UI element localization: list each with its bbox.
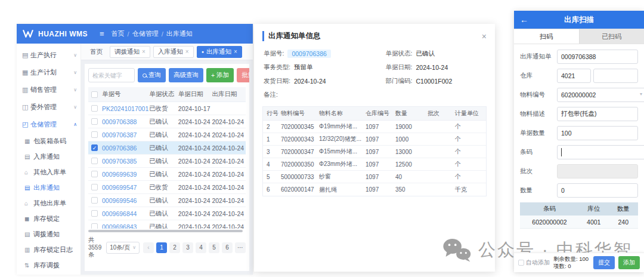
- row-checkbox[interactable]: [91, 158, 98, 164]
- sidebar-item-stock-transfer[interactable]: ⇅ 库存调拨: [17, 257, 80, 273]
- sidebar-item-transfer-notice[interactable]: ▤ 调拨通知: [17, 226, 80, 242]
- status-value: 已确认: [416, 50, 435, 58]
- add-button[interactable]: + 添加: [206, 68, 234, 82]
- sidebar-item-production-plan[interactable]: ▦ 生产计划 ∨: [17, 64, 80, 81]
- close-icon[interactable]: ×: [482, 32, 487, 41]
- modal-table-row[interactable]: 47020000350 Φ23mm外堵...1097 12500 个: [263, 158, 486, 171]
- sidebar-item-stock-lock[interactable]: ◼ 库存锁定: [17, 211, 80, 226]
- sidebar-item-production-exec[interactable]: ▤ 生产执行 ∨: [17, 47, 80, 64]
- checkbox-icon[interactable]: [518, 260, 524, 266]
- notice-no-input[interactable]: [557, 50, 638, 64]
- breadcrumb-current: 出库通知: [166, 29, 193, 38]
- tab-transfer-notice[interactable]: 调拨通知 ×: [110, 46, 150, 58]
- close-icon[interactable]: ×: [234, 48, 237, 55]
- plus-icon: +: [211, 72, 215, 79]
- menu-icon[interactable]: ≡: [100, 29, 104, 38]
- doc-qty-input[interactable]: [557, 126, 638, 140]
- more-pages-button[interactable]: ⋯: [235, 242, 246, 253]
- close-icon[interactable]: ×: [142, 48, 145, 55]
- doc-no-link[interactable]: 0009706387: [101, 131, 149, 138]
- warehouse-sub-input[interactable]: [593, 69, 638, 83]
- table-row[interactable]: 0009699546 已确认 2024-10-24 2024-10-24: [88, 194, 246, 207]
- table-row[interactable]: 0009699547 已收货 2024-10-24 2024-10-24: [88, 181, 246, 194]
- page-button-4[interactable]: 4: [196, 242, 206, 253]
- barcode-input[interactable]: [557, 145, 644, 159]
- table-row[interactable]: 0009706388 已确认 2024-10-24 2024-10-24: [88, 115, 246, 128]
- table-row[interactable]: 0009699639 已确认 2024-10-24 2024-10-24: [88, 168, 246, 181]
- search-input[interactable]: [88, 68, 135, 82]
- sidebar-item-stock-lock-log[interactable]: ▥ 库存锁定日志: [17, 242, 80, 257]
- tab-inbound-notice[interactable]: 入库通知 ×: [153, 46, 194, 58]
- tab-scan[interactable]: 扫码: [514, 29, 579, 44]
- page-button-1[interactable]: 1: [156, 242, 167, 253]
- material-no-select[interactable]: [557, 88, 644, 102]
- row-checkbox[interactable]: [91, 197, 98, 204]
- query-button[interactable]: 查询: [138, 68, 166, 82]
- sidebar-item-outbound-notice[interactable]: ▤ 出库通知: [17, 180, 80, 195]
- table-row[interactable]: 0009706387 已确认 2024-10-24 2024-10-24: [88, 128, 246, 141]
- page-button-2[interactable]: 2: [169, 242, 180, 253]
- modal-table-row[interactable]: 27020000345 Φ19mm外堵...1097 19000 个: [263, 121, 486, 133]
- tab-scanned[interactable]: 已扫码: [579, 29, 644, 44]
- row-checkbox-checked[interactable]: ✓: [91, 144, 98, 151]
- modal-table-row[interactable]: 66020000147 捆扎绳1097 350 千克: [263, 183, 486, 196]
- material-desc-input[interactable]: [557, 107, 638, 121]
- other-outbound-icon: ⌂: [24, 200, 33, 207]
- row-checkbox[interactable]: [91, 118, 98, 125]
- sidebar-item-inbound-notice[interactable]: ▤ 入库通知: [17, 149, 80, 164]
- doc-no-link[interactable]: 0009706385: [101, 158, 149, 165]
- sidebar-item-sales-mgmt[interactable]: ▥ 销售管理 ∨: [17, 81, 80, 99]
- breadcrumb-home[interactable]: 首页: [112, 29, 125, 38]
- horizontal-scrollbar[interactable]: [88, 230, 243, 232]
- doc-no-link[interactable]: 0009706386: [101, 144, 149, 152]
- doc-no-link[interactable]: 0009699546: [101, 197, 149, 204]
- modal-table-row[interactable]: 17020000343 12/32(20)猪笼...1097 1000 个: [263, 133, 486, 146]
- tab-outbound-notice[interactable]: ● 出库通知 ×: [197, 46, 242, 58]
- lock-log-icon: ▥: [24, 247, 33, 253]
- row-checkbox[interactable]: [91, 131, 98, 138]
- sidebar-item-outsourcing-mgmt[interactable]: ◫ 委外管理 ∨: [17, 99, 80, 116]
- doc-date-value: 2024-10-24: [416, 64, 448, 71]
- tab-home[interactable]: 首页: [86, 47, 107, 57]
- doc-no-link[interactable]: PK20241017001: [101, 105, 149, 112]
- table-row[interactable]: 0009696843 已确认 2024-10-24 2024-10-24: [88, 220, 246, 229]
- prev-page-button[interactable]: ‹: [143, 242, 154, 253]
- qty-input[interactable]: [557, 183, 638, 198]
- sidebar-item-other-outbound[interactable]: ⌂ 其他出库单: [17, 195, 80, 211]
- auto-add-checkbox[interactable]: 自动添加: [518, 258, 550, 267]
- add-scan-button[interactable]: 添加: [618, 256, 640, 269]
- advanced-query-button[interactable]: 高级查询: [169, 68, 203, 82]
- sidebar-item-packing-box-barcode[interactable]: ▦ 包装箱条码: [17, 133, 80, 149]
- submit-button[interactable]: 提交: [593, 256, 615, 269]
- doc-no-link[interactable]: 0009706388: [101, 118, 149, 125]
- page-button-3[interactable]: 3: [182, 242, 193, 253]
- back-arrow-icon[interactable]: ←: [520, 15, 528, 24]
- page-button-6[interactable]: 6: [222, 242, 233, 253]
- close-icon[interactable]: ×: [185, 48, 189, 55]
- table-row-selected[interactable]: ✓ 0009706386 已确认 2024-10-24 2024-10-24: [88, 141, 246, 155]
- doc-no-link[interactable]: 0009696844: [101, 210, 149, 217]
- row-checkbox[interactable]: [91, 184, 98, 190]
- sidebar-item-warehouse-mgmt[interactable]: ◰ 仓储管理 ∧: [17, 116, 80, 133]
- modal-table-row[interactable]: 55000000733 纱窗1097 40 个: [263, 171, 486, 183]
- doc-no-link[interactable]: 0009699547: [101, 184, 149, 191]
- sidebar-item-other-inbound[interactable]: ⌂ 其他入库单: [17, 164, 80, 180]
- page-size-select[interactable]: 10条/页 ∨: [106, 242, 140, 254]
- row-checkbox[interactable]: [91, 171, 98, 177]
- breadcrumb-warehouse[interactable]: 仓储管理: [132, 29, 159, 38]
- search-icon: [143, 73, 147, 78]
- page-button-5[interactable]: 5: [209, 242, 219, 253]
- row-checkbox[interactable]: [91, 223, 98, 229]
- table-row[interactable]: PK20241017001 已收货 2024-10-17: [88, 102, 246, 115]
- table-row[interactable]: 0009706385 已确认 2024-10-24 2024-10-24: [88, 155, 246, 168]
- modal-table-row[interactable]: 37020000347 Φ15mm外堵...1097 13000 个: [263, 146, 486, 158]
- doc-no-link[interactable]: 0009699639: [101, 171, 149, 178]
- row-checkbox[interactable]: [91, 210, 98, 217]
- row-checkbox[interactable]: [91, 105, 98, 112]
- table-row[interactable]: 0009696844 已确认 2024-10-24 2024-10-24: [88, 207, 246, 220]
- scan-table-row[interactable]: 6020000002 4001 240: [520, 216, 638, 229]
- select-all-checkbox[interactable]: [91, 91, 98, 98]
- batch-delete-button[interactable]: 批量删除: [237, 68, 249, 82]
- doc-no-link[interactable]: 0009696843: [101, 223, 149, 229]
- warehouse-input[interactable]: [557, 69, 591, 83]
